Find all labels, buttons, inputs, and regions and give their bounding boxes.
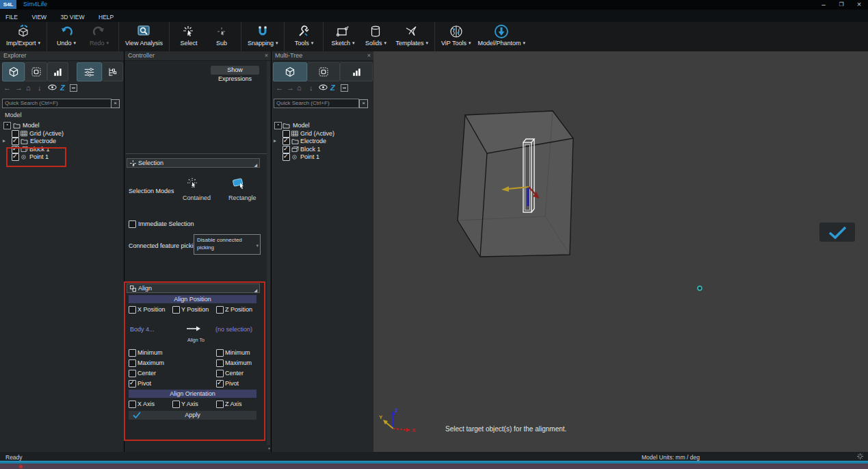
collapse-all-icon[interactable] (341, 84, 348, 92)
viewport-3d[interactable]: Z Y X Select target object(s) for the al… (373, 51, 868, 452)
contained-mode-icon[interactable] (186, 177, 201, 190)
eye-icon[interactable] (319, 84, 328, 90)
dropdown-caret-icon[interactable]: ▾ (38, 40, 41, 46)
dropdown-caret-icon[interactable]: ▾ (426, 40, 429, 46)
explorer-search-clear-icon[interactable]: × (111, 99, 120, 108)
explorer-search-input[interactable]: Quick Search (Ctrl+F) (2, 99, 111, 108)
controller-scrollbar[interactable] (267, 61, 270, 445)
sub-select-button[interactable]: Sub (205, 22, 238, 51)
tree-expander-icon[interactable]: ▪ (3, 122, 11, 129)
selection-section-header[interactable]: Selection ◢ (127, 158, 260, 168)
tree-row-point[interactable]: ✓ Point 1 (272, 153, 373, 161)
target-pivot-checkbox[interactable]: ✓ (216, 380, 224, 388)
confirm-button[interactable] (819, 223, 855, 242)
tree-expander-icon[interactable]: ▪ (274, 122, 282, 129)
select-button[interactable]: Select (172, 22, 205, 51)
arrow-down-icon[interactable]: ↓ (309, 84, 313, 92)
x-axis-checkbox[interactable]: ✓ (129, 401, 136, 408)
electrode-checkbox[interactable]: ✓ (282, 138, 290, 145)
restore-button[interactable]: ❐ (834, 0, 849, 9)
snapping-button[interactable]: Snapping▾ (244, 22, 282, 51)
tree-row-model[interactable]: ▪ Model (272, 122, 373, 129)
close-button[interactable]: × (852, 0, 867, 9)
nav-back-icon[interactable]: ← (3, 84, 11, 92)
expand-icon[interactable]: ▸ (274, 138, 276, 144)
minimize-button[interactable]: – (816, 0, 831, 9)
dropdown-caret-icon[interactable]: ▾ (74, 40, 77, 46)
target-minimum-checkbox[interactable]: ✓ (216, 349, 224, 357)
grid-checkbox[interactable]: ✓ (12, 130, 19, 138)
collapse-icon[interactable]: ◢ (254, 161, 257, 169)
dropdown-caret-icon[interactable]: ▾ (384, 40, 386, 46)
rectangle-mode-icon[interactable] (231, 177, 248, 190)
source-center-checkbox[interactable]: ✓ (129, 370, 136, 377)
explorer-tab-analysis[interactable] (47, 62, 68, 81)
block-checkbox[interactable]: ✓ (282, 146, 290, 153)
point-checkbox[interactable]: ✓ (282, 153, 290, 161)
model-phantom-button[interactable]: Model/Phantom▾ (475, 22, 529, 51)
collapse-all-icon[interactable] (70, 84, 77, 92)
solids-button[interactable]: Solids▾ (359, 22, 392, 51)
home-icon[interactable]: ⌂ (297, 84, 302, 92)
tools-button[interactable]: Tools▾ (287, 22, 320, 51)
imp-export-button[interactable]: Imp/Export▾ (3, 22, 44, 51)
dropdown-caret-icon[interactable]: ▾ (311, 40, 314, 46)
collapse-icon[interactable]: ◢ (254, 286, 257, 294)
explorer-tab-properties[interactable] (77, 62, 102, 81)
connected-picking-dropdown[interactable]: Disable connected picking ▾ (194, 234, 261, 255)
multitree-tab-model[interactable] (273, 62, 307, 81)
home-icon[interactable]: ⌂ (26, 84, 31, 92)
apply-button[interactable]: Apply (129, 411, 257, 420)
explorer-tab-model[interactable] (2, 62, 25, 81)
scroll-down-icon[interactable]: ▾ (268, 446, 270, 451)
dropdown-caret-icon[interactable]: ▾ (107, 40, 109, 46)
tree-row-block[interactable]: ✓ Block 1 (272, 146, 373, 153)
dropdown-caret-icon[interactable]: ▾ (352, 40, 355, 46)
source-maximum-checkbox[interactable]: ✓ (129, 359, 136, 367)
sketch-button[interactable]: Sketch▾ (326, 22, 359, 51)
dropdown-caret-icon[interactable]: ▾ (523, 40, 526, 46)
panel-close-icon[interactable]: × (367, 51, 371, 60)
redo-button[interactable]: Redo▾ (83, 22, 116, 51)
z-position-checkbox[interactable]: ✓ (216, 306, 224, 314)
source-minimum-checkbox[interactable]: ✓ (129, 349, 136, 357)
menu-file[interactable]: FILE (0, 11, 23, 21)
source-pivot-checkbox[interactable]: ✓ (129, 380, 136, 388)
multitree-tab-simulation[interactable] (307, 62, 340, 81)
tree-row-electrode[interactable]: ▸ ✓ Electrode (272, 138, 373, 145)
grid-checkbox[interactable]: ✓ (282, 130, 290, 138)
tree-row-electrode[interactable]: ▸ ✓ Electrode (0, 138, 124, 145)
view-analysis-button[interactable]: View Analysis (122, 22, 166, 51)
tree-row-grid[interactable]: ✓ Grid (Active) (272, 130, 373, 138)
nav-forward-icon[interactable]: → (15, 84, 23, 92)
multitree-tab-analysis[interactable] (340, 62, 373, 81)
multitree-search-input[interactable]: Quick Search (Ctrl+F) (274, 99, 359, 108)
dropdown-caret-icon[interactable]: ▾ (276, 40, 278, 46)
multitree-search-clear-icon[interactable]: × (359, 99, 368, 108)
dropdown-caret-icon[interactable]: ▾ (469, 40, 471, 46)
y-position-checkbox[interactable]: ✓ (172, 306, 180, 314)
expand-icon[interactable]: ▸ (3, 138, 5, 144)
contained-mode-label[interactable]: Contained (183, 194, 211, 201)
menu-help[interactable]: HELP (93, 11, 119, 21)
target-maximum-checkbox[interactable]: ✓ (216, 359, 224, 367)
y-axis-checkbox[interactable]: ✓ (172, 401, 180, 408)
explorer-tab-simulation[interactable] (25, 62, 47, 81)
panel-close-icon[interactable]: × (265, 51, 268, 60)
tree-row-grid[interactable]: ✓ Grid (Active) (0, 130, 124, 138)
electrode-checkbox[interactable]: ✓ (12, 138, 19, 145)
x-position-checkbox[interactable]: ✓ (129, 306, 136, 314)
nav-forward-icon[interactable]: → (287, 84, 294, 92)
target-center-checkbox[interactable]: ✓ (216, 370, 224, 377)
show-expressions-button[interactable]: Show Expressions (211, 66, 259, 75)
z-order-icon[interactable]: Z (60, 84, 65, 92)
templates-button[interactable]: Templates▾ (392, 22, 432, 51)
z-order-icon[interactable]: Z (330, 84, 335, 92)
arrow-down-icon[interactable]: ↓ (38, 84, 42, 92)
z-axis-checkbox[interactable]: ✓ (216, 401, 224, 408)
nav-back-icon[interactable]: ← (276, 84, 283, 92)
tree-row-model[interactable]: ▪ Model (0, 122, 124, 129)
explorer-tab-hierarchy[interactable] (102, 62, 123, 81)
menu-3d-view[interactable]: 3D VIEW (55, 11, 90, 21)
align-section-header[interactable]: Align ◢ (127, 283, 260, 293)
